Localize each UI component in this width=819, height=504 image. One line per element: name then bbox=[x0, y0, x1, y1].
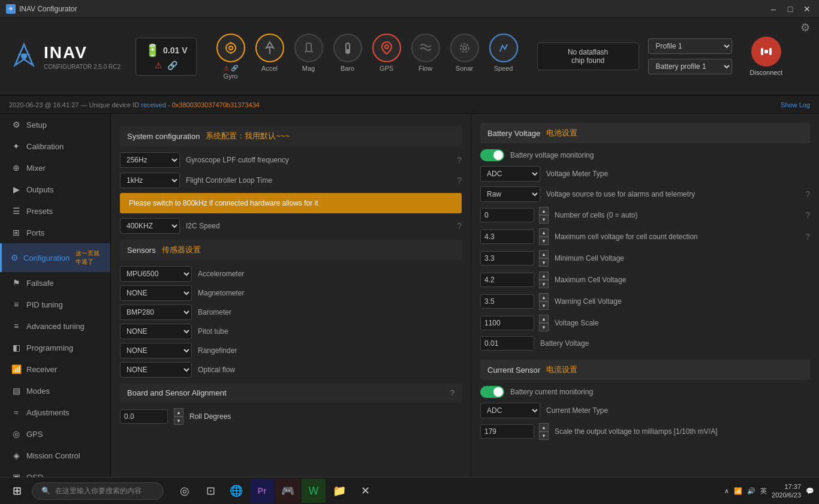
sidebar-item-mixer[interactable]: ⊕ Mixer bbox=[0, 157, 110, 179]
current-monitoring-toggle[interactable] bbox=[480, 386, 504, 398]
sidebar-item-setup[interactable]: ⚙ Setup bbox=[0, 114, 110, 135]
sensors-header: Sensors 传感器设置 bbox=[120, 240, 462, 260]
voltage-scale-increment[interactable]: ▲ bbox=[539, 315, 549, 323]
roll-degrees-label: Roll Degrees bbox=[189, 412, 231, 421]
max-cell-decrement[interactable]: ▼ bbox=[539, 280, 549, 288]
max-cell-detection-increment[interactable]: ▲ bbox=[539, 228, 549, 237]
battery-voltage-display[interactable] bbox=[480, 336, 534, 351]
voltage-meter-type-select[interactable]: ADCESC bbox=[480, 166, 540, 182]
current-scale-decrement[interactable]: ▼ bbox=[539, 431, 549, 440]
sidebar-item-programming[interactable]: ◧ Programming bbox=[0, 337, 110, 358]
max-cell-detection-decrement[interactable]: ▼ bbox=[539, 237, 549, 245]
sidebar-item-calibration[interactable]: ✦ Calibration bbox=[0, 135, 110, 157]
flow-sensor-select[interactable]: NONE bbox=[120, 362, 192, 378]
roll-decrement-button[interactable]: ▼ bbox=[174, 417, 183, 425]
tray-chevron-icon[interactable]: ∧ bbox=[724, 487, 729, 495]
minimize-button[interactable]: – bbox=[767, 3, 779, 15]
taskbar-app-view[interactable]: ⊡ bbox=[198, 479, 222, 503]
gyro-icon bbox=[216, 34, 245, 62]
taskbar-app-premiere[interactable]: Pr bbox=[250, 479, 274, 503]
max-cell-input[interactable] bbox=[480, 273, 534, 287]
taskbar-search[interactable]: 🔍 在这里输入你要搜索的内容 bbox=[32, 482, 164, 500]
num-cells-input[interactable] bbox=[480, 208, 534, 222]
start-button[interactable]: ⊞ bbox=[5, 479, 29, 503]
current-sensor-header: Current Sensor 电流设置 bbox=[480, 360, 810, 380]
sidebar-item-ports[interactable]: ⊞ Ports bbox=[0, 222, 110, 243]
max-cell-increment[interactable]: ▲ bbox=[539, 271, 549, 280]
voltage-source-select[interactable]: RawFiltered bbox=[480, 186, 540, 202]
sidebar-item-failsafe[interactable]: ⚑ Failsafe bbox=[0, 272, 110, 294]
current-scale-increment[interactable]: ▲ bbox=[539, 423, 549, 431]
received-text: received bbox=[141, 101, 166, 108]
ports-label: Ports bbox=[26, 228, 44, 237]
taskbar-app-game[interactable]: 🎮 bbox=[276, 479, 300, 503]
sidebar-item-configuration[interactable]: ⚙ Configuration 这一页就牛逼了 bbox=[0, 243, 110, 272]
maximize-button[interactable]: □ bbox=[784, 3, 796, 15]
tray-lang[interactable]: 英 bbox=[760, 487, 767, 496]
close-button[interactable]: ✕ bbox=[801, 3, 813, 15]
battery-profile-select[interactable]: Battery profile 1 bbox=[648, 59, 732, 74]
tray-volume-icon[interactable]: 🔊 bbox=[747, 487, 755, 495]
configuration-label: Configuration bbox=[23, 253, 70, 262]
taskbar-app-edge[interactable]: 🌐 bbox=[224, 479, 248, 503]
warning-cell-decrement[interactable]: ▼ bbox=[539, 301, 549, 310]
warning-cell-input[interactable] bbox=[480, 294, 534, 309]
i2c-speed-help-icon[interactable]: ? bbox=[457, 221, 462, 231]
gyro-lpf-select[interactable]: 256Hz188Hz98Hz bbox=[120, 152, 180, 168]
battery-voltage-value-row: Battery Voltage bbox=[480, 336, 810, 351]
config-annotation: 这一页就牛逼了 bbox=[76, 249, 101, 266]
taskbar-app-cortana[interactable]: ◎ bbox=[173, 479, 197, 503]
max-cell-detection-input[interactable] bbox=[480, 230, 534, 244]
range-sensor-select[interactable]: NONE bbox=[120, 343, 192, 358]
voltage-scale-input[interactable] bbox=[480, 316, 534, 330]
sidebar-item-modes[interactable]: ▤ Modes bbox=[0, 380, 110, 402]
failsafe-icon: ⚑ bbox=[11, 278, 22, 288]
gyro-lpf-help-icon[interactable]: ? bbox=[457, 155, 462, 165]
sensor-accel: Accel bbox=[252, 34, 288, 80]
sidebar-item-receiver[interactable]: 📶 Receiver bbox=[0, 358, 110, 380]
voltage-source-help-icon[interactable]: ? bbox=[805, 189, 810, 199]
warning-cell-increment[interactable]: ▲ bbox=[539, 293, 549, 301]
mag-sensor-select[interactable]: NONEHMC5883 bbox=[120, 285, 192, 301]
mixer-icon: ⊕ bbox=[11, 163, 22, 173]
tray-network-icon[interactable]: 📶 bbox=[734, 487, 742, 495]
battery-monitoring-toggle[interactable] bbox=[480, 149, 504, 161]
current-monitoring-label: Battery current monitoring bbox=[510, 388, 810, 396]
roll-degrees-input[interactable] bbox=[120, 409, 168, 424]
voltage-scale-decrement[interactable]: ▼ bbox=[539, 323, 549, 331]
num-cells-help-icon[interactable]: ? bbox=[805, 210, 810, 220]
current-scale-input[interactable] bbox=[480, 424, 534, 439]
taskbar-clock[interactable]: 17:37 2020/6/23 bbox=[772, 482, 801, 500]
sidebar-item-adjustments[interactable]: ≈ Adjustments bbox=[0, 402, 110, 423]
disconnect-button[interactable]: Disconnect bbox=[741, 32, 791, 81]
baro-sensor-select[interactable]: BMP280NONE bbox=[120, 304, 192, 320]
min-cell-increment[interactable]: ▲ bbox=[539, 250, 549, 258]
sidebar-item-gps[interactable]: ◎ GPS bbox=[0, 423, 110, 445]
sidebar-item-outputs[interactable]: ▶ Outputs bbox=[0, 179, 110, 200]
max-cell-detection-help-icon[interactable]: ? bbox=[805, 232, 810, 242]
taskbar-app-wechat[interactable]: W bbox=[302, 479, 326, 503]
accel-sensor-select[interactable]: MPU6500NONE bbox=[120, 266, 192, 282]
min-cell-decrement[interactable]: ▼ bbox=[539, 258, 549, 267]
sidebar-item-advanced-tuning[interactable]: ≡ Advanced tuning bbox=[0, 315, 110, 337]
show-log-button[interactable]: Show Log bbox=[781, 101, 810, 108]
sidebar-item-pid-tuning[interactable]: ≡ PID tuning bbox=[0, 294, 110, 315]
profile-select[interactable]: Profile 1 bbox=[648, 38, 732, 54]
num-cells-increment[interactable]: ▲ bbox=[539, 207, 549, 215]
num-cells-decrement[interactable]: ▼ bbox=[539, 215, 549, 224]
taskbar-app-extra[interactable]: ✕ bbox=[353, 479, 377, 503]
i2c-speed-select[interactable]: 400KHZ800KHZ bbox=[120, 218, 180, 234]
sidebar-item-mission-control[interactable]: ◈ Mission Control bbox=[0, 445, 110, 466]
sidebar-item-presets[interactable]: ☰ Presets bbox=[0, 200, 110, 222]
mission-label: Mission Control bbox=[26, 451, 80, 460]
taskbar-app-filemanager[interactable]: 📁 bbox=[327, 479, 351, 503]
min-cell-input[interactable] bbox=[480, 251, 534, 265]
flight-loop-help-icon[interactable]: ? bbox=[457, 176, 462, 185]
notification-icon[interactable]: 💬 bbox=[806, 487, 814, 495]
pitot-sensor-select[interactable]: NONE bbox=[120, 324, 192, 339]
current-meter-type-select[interactable]: ADCESCVIRTUAL bbox=[480, 403, 540, 418]
roll-increment-button[interactable]: ▲ bbox=[174, 408, 183, 417]
settings-gear-icon[interactable]: ⚙ bbox=[800, 21, 810, 34]
board-alignment-help-icon[interactable]: ? bbox=[450, 388, 454, 397]
flight-loop-select[interactable]: 1kHz2kHz bbox=[120, 173, 180, 188]
